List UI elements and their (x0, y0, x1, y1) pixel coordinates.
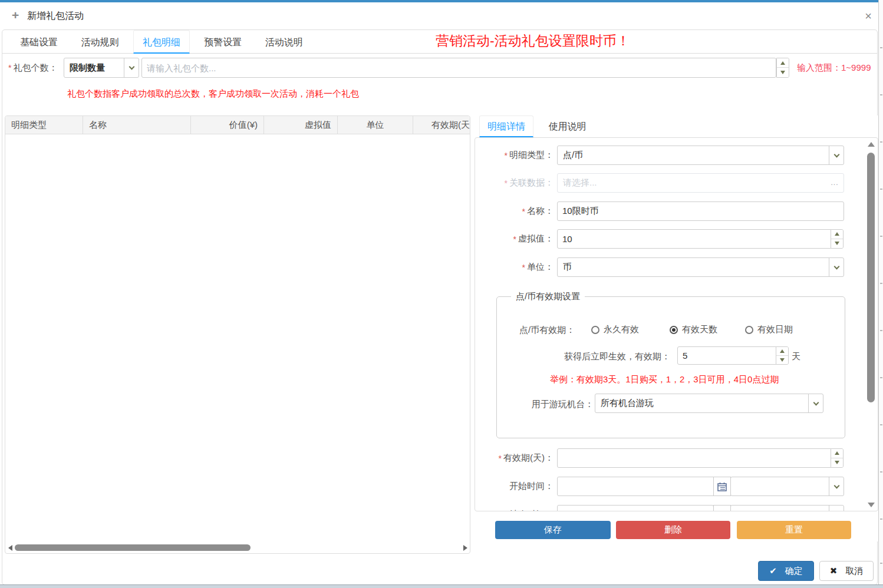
end-time-label: 结束时间： (475, 505, 553, 511)
tab-alert-settings[interactable]: 预警设置 (195, 31, 251, 54)
validity-days-label: * 有效期(天)： (475, 448, 553, 468)
horizontal-scroll-thumb[interactable] (15, 544, 251, 551)
required-asterisk: * (522, 263, 525, 272)
detail-type-label: * 明细类型： (475, 146, 553, 165)
end-time-row: 结束时间： (475, 505, 864, 511)
stepper-down-button[interactable] (831, 458, 843, 468)
detail-panel-body: * 明细类型： 点/币 * 关联数据： 请选择... (475, 137, 878, 511)
tab-usage-instructions[interactable]: 使用说明 (541, 116, 594, 138)
virtual-value-stepper (831, 229, 844, 249)
package-table: 明细类型 名称 价值(¥) 虚拟值 单位 有效期(天 (5, 115, 470, 554)
save-button[interactable]: 保存 (495, 521, 611, 539)
radio-permanent[interactable]: 永久有效 (591, 324, 639, 335)
validity-days-input[interactable] (557, 448, 831, 468)
virtual-value-input[interactable] (557, 229, 831, 249)
unit-select[interactable]: 币 (557, 257, 844, 277)
dialog-body: 基础设置 活动规则 礼包明细 预警设置 活动说明 营销活动-活动礼包设置限时币！… (2, 29, 878, 585)
bottom-edge-strip (0, 584, 883, 588)
radio-valid-days[interactable]: 有效天数 (670, 324, 717, 335)
table-body-empty (5, 134, 470, 543)
plus-icon: + (12, 8, 19, 22)
chevron-down-icon (124, 58, 139, 77)
vertical-scrollbar (866, 141, 876, 508)
validity-days-row: * 有效期(天)： (475, 448, 864, 468)
virtual-value-row: * 虚拟值： (475, 229, 864, 249)
horizontal-scrollbar (5, 543, 470, 552)
validity-radio-row: 点/币有效期： 永久有效 有效天数 有效日期 (497, 324, 845, 336)
unit-label: * 单位： (475, 257, 553, 277)
stepper-up-button[interactable] (831, 230, 843, 239)
machine-row: 用于游玩机台： 所有机台游玩 (497, 394, 845, 413)
table-header-row: 明细类型 名称 价值(¥) 虚拟值 单位 有效期(天 (5, 116, 470, 134)
unit-row: * 单位： 币 (475, 257, 864, 277)
chevron-down-icon (829, 506, 844, 511)
calendar-button[interactable] (713, 505, 731, 511)
effective-days-label: 获得后立即生效，有效期： (564, 351, 670, 362)
package-count-row: * 礼包个数： 限制数量 输入范围：1~9999 (2, 58, 877, 78)
tab-activity-description[interactable]: 活动说明 (256, 31, 312, 54)
scroll-left-icon[interactable] (7, 544, 13, 551)
required-asterisk: * (505, 151, 508, 160)
scroll-down-icon[interactable] (866, 501, 876, 508)
detail-type-select[interactable]: 点/币 (557, 146, 844, 165)
radio-valid-date[interactable]: 有效日期 (745, 324, 793, 335)
end-time-select[interactable] (730, 505, 844, 511)
chevron-down-icon (829, 146, 844, 164)
calendar-icon (717, 482, 727, 491)
end-date-input[interactable] (557, 505, 714, 511)
required-asterisk: * (8, 63, 11, 72)
column-header-virtual-value: 虚拟值 (264, 116, 338, 134)
calendar-icon (717, 510, 727, 512)
name-label: * 名称： (475, 201, 553, 221)
tab-activity-rules[interactable]: 活动规则 (72, 31, 127, 54)
start-time-select[interactable] (730, 477, 844, 496)
scroll-right-icon[interactable] (462, 544, 468, 551)
column-header-validity-days: 有效期(天 (413, 116, 470, 134)
validity-radio-group-label: 点/币有效期： (519, 325, 575, 336)
app-root: + 新增礼包活动 × 基础设置 活动规则 礼包明细 预警设置 活动说明 营销活动… (0, 0, 883, 588)
name-row: * 名称： (475, 201, 864, 221)
machine-select[interactable]: 所有机台游玩 (595, 394, 823, 413)
required-asterisk: * (505, 179, 508, 188)
linked-data-input[interactable]: 请选择... ... (557, 173, 844, 193)
start-time-row: 开始时间： (475, 477, 864, 496)
confirm-button[interactable]: ✔ 确定 (758, 561, 814, 581)
validity-settings-fieldset: 点/币有效期设置 点/币有效期： 永久有效 有效天数 (496, 291, 845, 438)
cancel-button[interactable]: ✖ 取消 (819, 561, 874, 581)
package-count-stepper (776, 58, 789, 78)
effective-days-input[interactable] (677, 346, 776, 365)
dialog-title: 新增礼包活动 (27, 10, 84, 22)
ellipsis-icon[interactable]: ... (828, 174, 841, 192)
effective-days-row: 获得后立即生效，有效期： 天 (497, 346, 845, 365)
detail-panel: 明细详情 使用说明 * 明细类型： 点/币 (475, 115, 878, 541)
effective-days-stepper (776, 346, 789, 365)
start-date-input[interactable] (557, 477, 714, 496)
package-count-helper: 礼包个数指客户成功领取的总次数，客户成功领取一次活动，消耗一个礼包 (67, 88, 359, 100)
stepper-up-button[interactable] (776, 347, 788, 356)
scroll-up-icon[interactable] (866, 141, 876, 148)
stepper-down-button[interactable] (776, 356, 788, 365)
confirm-label: 确定 (785, 566, 803, 577)
column-header-detail-type: 明细类型 (5, 116, 83, 134)
package-count-input[interactable] (141, 58, 776, 78)
required-asterisk: * (499, 454, 502, 463)
stepper-down-button[interactable] (777, 68, 789, 77)
stepper-up-button[interactable] (831, 449, 843, 458)
tab-basic-settings[interactable]: 基础设置 (11, 31, 67, 54)
close-icon[interactable]: × (861, 8, 876, 24)
linked-data-row: * 关联数据： 请选择... ... (475, 173, 864, 193)
chevron-down-icon (829, 258, 844, 276)
calendar-button[interactable] (713, 477, 731, 496)
name-input[interactable] (557, 201, 844, 221)
tab-detail-info[interactable]: 明细详情 (479, 115, 533, 137)
delete-button[interactable]: 删除 (616, 521, 730, 539)
vertical-scroll-thumb[interactable] (867, 153, 875, 402)
input-range-hint: 输入范围：1~9999 (797, 62, 871, 74)
stepper-down-button[interactable] (831, 239, 843, 249)
required-asterisk: * (513, 234, 516, 244)
stepper-up-button[interactable] (777, 58, 789, 68)
limit-type-select[interactable]: 限制数量 (64, 58, 139, 78)
check-icon: ✔ (769, 566, 777, 576)
tab-package-details[interactable]: 礼包明细 (133, 30, 190, 54)
reset-button[interactable]: 重置 (737, 521, 851, 539)
